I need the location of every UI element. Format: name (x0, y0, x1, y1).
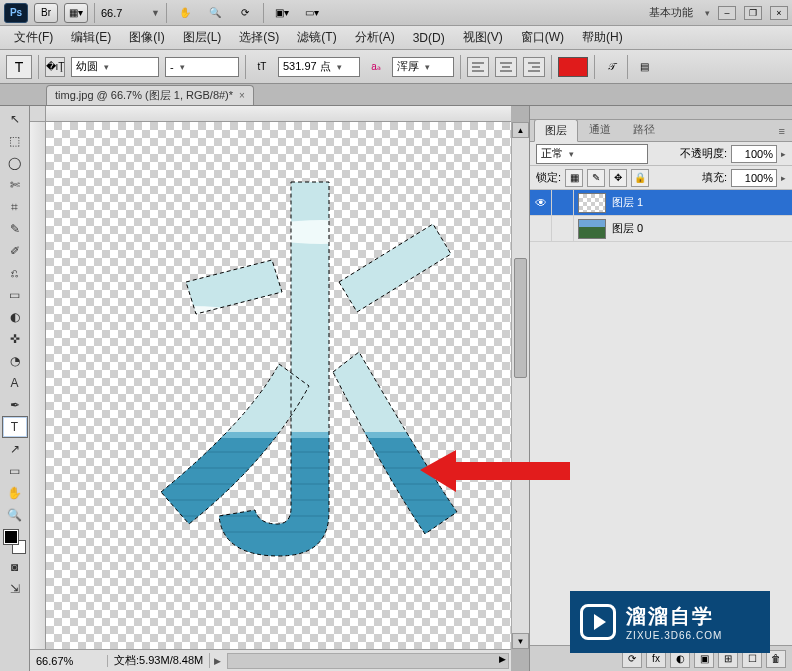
screenmode-icon[interactable]: ▭▾ (300, 3, 324, 23)
menu-window[interactable]: 窗口(W) (513, 27, 572, 48)
restore-button[interactable]: ❐ (744, 6, 762, 20)
tool-quickselect[interactable]: ✄ (2, 174, 28, 196)
layer-row[interactable]: 图层 0 (530, 216, 792, 242)
antialias-combo[interactable]: 浑厚 (392, 57, 454, 77)
menu-3d[interactable]: 3D(D) (405, 29, 453, 47)
zoom-display[interactable]: 66.7 (101, 7, 145, 19)
tool-history[interactable]: ◐ (2, 306, 28, 328)
screenmode-toggle-icon[interactable]: ⇲ (2, 578, 28, 600)
active-tool-icon[interactable]: T (6, 55, 32, 79)
status-zoom[interactable]: 66.67% (30, 655, 108, 667)
lock-position-icon[interactable]: ✥ (609, 169, 627, 187)
hand-icon[interactable]: ✋ (173, 3, 197, 23)
menu-layer[interactable]: 图层(L) (175, 27, 230, 48)
ps-app-icon[interactable]: Ps (4, 3, 28, 23)
tool-lasso[interactable]: ◯ (2, 152, 28, 174)
tool-crop[interactable]: ⌗ (2, 196, 28, 218)
bridge-icon[interactable]: Br (34, 3, 58, 23)
tool-move[interactable]: ↖ (2, 108, 28, 130)
tool-shape[interactable]: ▭ (2, 460, 28, 482)
tool-eyedropper[interactable]: ✎ (2, 218, 28, 240)
color-swatches[interactable] (2, 528, 28, 556)
chevron-right-icon[interactable]: ▸ (781, 173, 786, 183)
scroll-down-button[interactable]: ▼ (512, 633, 529, 649)
foreground-color-swatch[interactable] (4, 530, 18, 544)
visibility-icon[interactable] (530, 216, 552, 241)
lock-all-icon[interactable]: 🔒 (631, 169, 649, 187)
tool-gradient[interactable]: ◔ (2, 350, 28, 372)
visibility-icon[interactable]: 👁 (530, 190, 552, 215)
link-column[interactable] (552, 216, 574, 241)
link-column[interactable] (552, 190, 574, 215)
menu-edit[interactable]: 编辑(E) (63, 27, 119, 48)
tool-path[interactable]: ↗ (2, 438, 28, 460)
minimize-button[interactable]: – (718, 6, 736, 20)
warp-text-icon[interactable]: 𝒯 (601, 57, 621, 77)
text-color-swatch[interactable] (558, 57, 588, 77)
scroll-thumb-h[interactable] (228, 654, 508, 668)
arrange-docs-icon[interactable]: ▣▾ (270, 3, 294, 23)
chevron-down-icon[interactable]: ▼ (151, 8, 160, 18)
ruler-vertical[interactable] (30, 122, 46, 649)
minibridge-icon[interactable]: ▦▾ (64, 3, 88, 23)
chevron-right-icon[interactable]: ▸ (781, 149, 786, 159)
tab-paths[interactable]: 路径 (622, 118, 666, 141)
menu-filter[interactable]: 滤镜(T) (289, 27, 344, 48)
menu-select[interactable]: 选择(S) (231, 27, 287, 48)
close-button[interactable]: × (770, 6, 788, 20)
scroll-thumb[interactable] (514, 258, 527, 378)
scrollbar-vertical[interactable]: ▲ ▼ (511, 122, 529, 649)
chevron-down-icon[interactable]: ▾ (705, 8, 710, 18)
scroll-up-button[interactable]: ▲ (512, 122, 529, 138)
tool-healing[interactable]: ✐ (2, 240, 28, 262)
lock-transparent-icon[interactable]: ▦ (565, 169, 583, 187)
document-tab[interactable]: timg.jpg @ 66.7% (图层 1, RGB/8#)* × (46, 85, 254, 105)
workspace-switcher[interactable]: 基本功能 (643, 5, 699, 20)
layer-thumb[interactable] (578, 219, 606, 239)
opacity-input[interactable] (731, 145, 777, 163)
chevron-right-icon[interactable]: ▶ (210, 656, 225, 666)
align-left-button[interactable] (467, 57, 489, 77)
layer-name[interactable]: 图层 0 (610, 221, 643, 236)
tool-marquee[interactable]: ⬚ (2, 130, 28, 152)
menu-analysis[interactable]: 分析(A) (347, 27, 403, 48)
tool-brush[interactable]: ⎌ (2, 262, 28, 284)
scroll-right-button[interactable]: ▶ (499, 654, 506, 664)
panel-menu-icon[interactable]: ≡ (772, 121, 792, 141)
tab-layers[interactable]: 图层 (534, 119, 578, 142)
fill-input[interactable] (731, 169, 777, 187)
character-panel-icon[interactable]: ▤ (634, 57, 654, 77)
lock-pixels-icon[interactable]: ✎ (587, 169, 605, 187)
layer-name[interactable]: 图层 1 (610, 195, 643, 210)
close-icon[interactable]: × (239, 90, 245, 101)
tool-blur[interactable]: A (2, 372, 28, 394)
quickmask-icon[interactable]: ◙ (2, 556, 28, 578)
menu-file[interactable]: 文件(F) (6, 27, 61, 48)
ruler-horizontal[interactable] (46, 106, 511, 122)
menu-view[interactable]: 视图(V) (455, 27, 511, 48)
scrollbar-horizontal[interactable]: ◀▶ (227, 653, 509, 669)
scroll-track[interactable] (512, 138, 529, 633)
status-docinfo[interactable]: 文档:5.93M/8.48M (108, 653, 210, 668)
layer-thumb[interactable] (578, 193, 606, 213)
zoom-icon[interactable]: 🔍 (203, 3, 227, 23)
font-family-combo[interactable]: 幼圆 (71, 57, 159, 77)
menu-help[interactable]: 帮助(H) (574, 27, 631, 48)
font-style-combo[interactable]: - (165, 57, 239, 77)
menu-image[interactable]: 图像(I) (121, 27, 172, 48)
tool-zoom[interactable]: 🔍 (2, 504, 28, 526)
tool-eraser[interactable]: ✜ (2, 328, 28, 350)
blend-mode-combo[interactable]: 正常 (536, 144, 648, 164)
document-canvas[interactable] (46, 122, 511, 649)
align-right-button[interactable] (523, 57, 545, 77)
rotate-view-icon[interactable]: ⟳ (233, 3, 257, 23)
tool-pen[interactable]: ✒ (2, 394, 28, 416)
layer-row[interactable]: 👁 图层 1 (530, 190, 792, 216)
tool-hand[interactable]: ✋ (2, 482, 28, 504)
tool-type[interactable]: T (2, 416, 28, 438)
align-center-button[interactable] (495, 57, 517, 77)
tool-stamp[interactable]: ▭ (2, 284, 28, 306)
tab-channels[interactable]: 通道 (578, 118, 622, 141)
text-orientation-icon[interactable]: �ıŢ (45, 57, 65, 77)
font-size-combo[interactable]: 531.97 点 (278, 57, 360, 77)
